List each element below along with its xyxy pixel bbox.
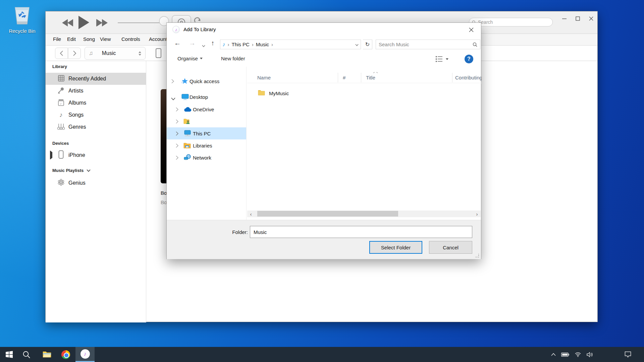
column-contributing-artists[interactable]: Contributing artists bbox=[455, 75, 482, 80]
menu-controls[interactable]: Controls bbox=[121, 36, 140, 42]
sidebar-item-recently-added[interactable]: Recently Added bbox=[46, 73, 146, 85]
breadcrumb-bar[interactable]: ♪ › This PC › Music › bbox=[220, 40, 361, 49]
iphone-device-button[interactable] bbox=[156, 48, 161, 58]
cancel-button[interactable]: Cancel bbox=[429, 241, 472, 254]
dialog-toolbar: Organise New folder ? bbox=[167, 52, 481, 67]
view-options-button[interactable] bbox=[435, 55, 448, 63]
chevron-right-icon[interactable] bbox=[176, 143, 181, 148]
chevron-right-icon[interactable] bbox=[176, 155, 181, 161]
refresh-icon[interactable]: ↻ bbox=[363, 40, 372, 49]
column-number[interactable]: # bbox=[343, 75, 345, 80]
column-name[interactable]: Name bbox=[257, 75, 271, 80]
itunes-app-icon: ♪ bbox=[172, 26, 180, 33]
expand-triangle-icon[interactable] bbox=[50, 152, 52, 158]
new-folder-button[interactable]: New folder bbox=[221, 56, 245, 61]
play-button[interactable] bbox=[78, 15, 90, 29]
scrollbar-thumb[interactable] bbox=[257, 211, 398, 217]
dialog-search-box[interactable] bbox=[376, 40, 480, 49]
column-divider[interactable] bbox=[452, 73, 452, 82]
close-button[interactable] bbox=[586, 14, 596, 23]
tree-item-quick-access[interactable]: Quick access bbox=[167, 75, 246, 87]
column-title[interactable]: Title bbox=[366, 75, 375, 80]
folder-name-input[interactable] bbox=[250, 226, 472, 238]
back-button[interactable] bbox=[55, 48, 68, 59]
itunes-search-input[interactable] bbox=[478, 19, 550, 25]
action-center-icon[interactable] bbox=[621, 347, 635, 362]
file-row-mymusic[interactable]: MyMusic bbox=[247, 87, 482, 99]
libraries-folder-icon bbox=[183, 142, 191, 149]
forward-button[interactable] bbox=[68, 48, 81, 59]
help-icon[interactable]: ? bbox=[465, 55, 473, 63]
tray-chevron-up-icon[interactable] bbox=[548, 347, 559, 362]
taskbar-search-button[interactable] bbox=[18, 347, 35, 362]
tray-battery-icon[interactable] bbox=[559, 347, 571, 362]
tree-item-onedrive[interactable]: OneDrive bbox=[167, 103, 246, 115]
column-header-row: Name # Title Contributing artists bbox=[247, 72, 482, 83]
pane-divider bbox=[246, 67, 247, 220]
chevron-right-icon[interactable] bbox=[171, 79, 177, 84]
nav-up-icon[interactable]: ↑ bbox=[211, 39, 214, 47]
scrollbar-track[interactable] bbox=[255, 210, 473, 217]
scroll-right-icon[interactable]: › bbox=[473, 211, 481, 217]
tree-item-libraries[interactable]: Libraries bbox=[167, 139, 246, 152]
chevron-down-icon[interactable] bbox=[171, 96, 176, 101]
tree-item-this-pc[interactable]: This PC bbox=[167, 127, 246, 139]
menu-edit[interactable]: Edit bbox=[67, 36, 76, 42]
sidebar-item-iphone[interactable]: iPhone bbox=[46, 149, 146, 161]
sidebar-item-label: iPhone bbox=[68, 152, 85, 158]
taskbar-file-explorer-button[interactable] bbox=[39, 347, 55, 362]
tree-item-network[interactable]: Network bbox=[167, 152, 246, 164]
address-dropdown-icon[interactable] bbox=[355, 42, 359, 47]
media-kind-selector[interactable]: ♫ Music bbox=[85, 47, 146, 60]
chevron-right-icon[interactable] bbox=[176, 119, 181, 124]
recent-locations-chevron-icon[interactable] bbox=[202, 43, 205, 49]
quick-access-star-icon bbox=[181, 78, 189, 84]
desktop-wallpaper: Recycle Bin bbox=[0, 0, 644, 362]
chevron-right-icon[interactable] bbox=[176, 107, 181, 112]
file-name: MyMusic bbox=[269, 90, 289, 96]
organise-menu-button[interactable]: Organise bbox=[177, 56, 203, 61]
itunes-search-box[interactable] bbox=[469, 18, 553, 26]
sidebar-item-genres[interactable]: Genres bbox=[46, 121, 146, 133]
sidebar-item-albums[interactable]: ♪ Albums bbox=[46, 97, 146, 109]
tree-item-user-folder[interactable] bbox=[167, 115, 246, 127]
nav-back-icon[interactable]: ← bbox=[174, 39, 181, 47]
breadcrumb-music[interactable]: Music bbox=[256, 42, 269, 47]
horizontal-scrollbar[interactable]: ‹ › bbox=[247, 210, 481, 217]
dialog-titlebar[interactable]: ♪ Add To Library bbox=[167, 23, 481, 37]
rewind-button[interactable] bbox=[62, 18, 74, 27]
taskbar-itunes-button[interactable]: ♪ bbox=[75, 347, 95, 362]
recycle-bin-shortcut[interactable]: Recycle Bin bbox=[3, 5, 42, 34]
dialog-close-icon[interactable] bbox=[466, 25, 477, 34]
breadcrumb-this-pc[interactable]: This PC bbox=[232, 42, 250, 47]
column-divider[interactable] bbox=[338, 73, 338, 82]
taskbar-chrome-button[interactable] bbox=[58, 347, 74, 362]
menu-file[interactable]: File bbox=[53, 36, 61, 42]
crumb-separator-icon: › bbox=[252, 42, 254, 47]
devices-section-header: Devices bbox=[52, 141, 69, 146]
chevron-right-icon[interactable] bbox=[176, 131, 181, 136]
fast-forward-button[interactable] bbox=[96, 18, 108, 27]
menu-view[interactable]: View bbox=[100, 36, 111, 42]
tray-volume-icon[interactable] bbox=[584, 347, 596, 362]
sidebar-item-genius[interactable]: Genius bbox=[46, 177, 146, 189]
menu-account[interactable]: Account bbox=[149, 36, 167, 42]
scroll-left-icon[interactable]: ‹ bbox=[247, 211, 255, 217]
tray-wifi-icon[interactable] bbox=[572, 347, 584, 362]
sidebar-item-songs[interactable]: ♪ Songs bbox=[46, 109, 146, 121]
resize-grip[interactable] bbox=[475, 254, 479, 258]
microphone-icon bbox=[57, 87, 65, 95]
taskbar: ♪ bbox=[0, 347, 644, 362]
menu-song[interactable]: Song bbox=[83, 36, 95, 42]
select-folder-button[interactable]: Select Folder bbox=[369, 241, 422, 254]
dialog-search-input[interactable] bbox=[379, 42, 473, 47]
minimize-button[interactable] bbox=[559, 14, 569, 23]
iphone-icon bbox=[57, 150, 65, 160]
dialog-footer: Folder: Select Folder Cancel bbox=[167, 220, 481, 259]
maximize-button[interactable] bbox=[573, 14, 582, 23]
start-button[interactable] bbox=[1, 347, 17, 362]
tree-item-desktop[interactable]: Desktop bbox=[167, 91, 246, 103]
column-divider[interactable] bbox=[361, 73, 361, 82]
chevron-down-icon[interactable] bbox=[87, 168, 90, 172]
sidebar-item-artists[interactable]: Artists bbox=[46, 85, 146, 97]
